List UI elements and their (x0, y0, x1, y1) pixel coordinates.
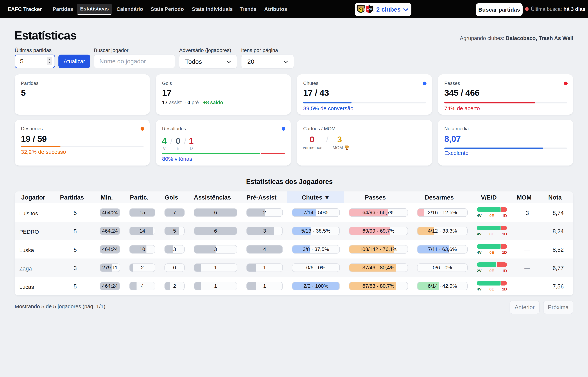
svg-text:NOB: NOB (366, 8, 372, 11)
